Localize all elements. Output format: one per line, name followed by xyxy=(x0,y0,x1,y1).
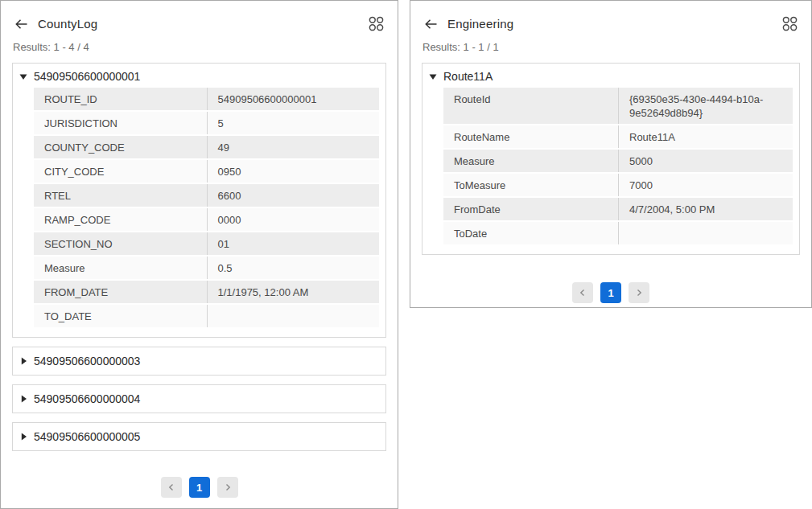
feature-accordion-header[interactable]: Route11A xyxy=(422,64,799,88)
feature-title: 54909506600000003 xyxy=(34,355,140,367)
panel-title: Engineering xyxy=(447,17,513,31)
field-label: Measure xyxy=(443,150,618,172)
caret-right-icon xyxy=(19,433,27,441)
table-row: CITY_CODE 0950 xyxy=(34,160,379,183)
panel-title: CountyLog xyxy=(38,17,97,31)
back-arrow-icon[interactable] xyxy=(423,17,438,31)
table-row: JURISDICTION 5 xyxy=(34,112,379,134)
feature-accordion-header-collapsed[interactable]: 54909506600000004 xyxy=(12,384,386,413)
results-count: Results: 1 - 4 / 4 xyxy=(1,32,398,63)
table-row: FromDate 4/7/2004, 5:00 PM xyxy=(443,198,793,220)
field-value: 0000 xyxy=(207,208,380,231)
table-row: ROUTE_ID 54909506600000001 xyxy=(34,88,379,110)
field-label: SECTION_NO xyxy=(34,232,207,255)
feature-accordion-header[interactable]: 54909506600000001 xyxy=(13,64,385,88)
table-row: Measure 5000 xyxy=(443,150,793,172)
feature-card-expanded: 54909506600000001 ROUTE_ID 5490950660000… xyxy=(12,63,386,338)
field-value: 54909506600000001 xyxy=(207,88,380,110)
table-row: ToMeasure 7000 xyxy=(443,174,793,196)
page-number-button[interactable]: 1 xyxy=(600,282,621,303)
pagination: 1 xyxy=(1,477,398,498)
field-label: COUNTY_CODE xyxy=(34,136,207,158)
table-row: ToDate xyxy=(443,222,793,244)
attribute-table: RouteId {69350e35-430e-4494-b10a-9e52649… xyxy=(443,88,793,244)
field-value: 0950 xyxy=(207,160,380,183)
table-row: COUNTY_CODE 49 xyxy=(34,136,379,158)
table-row: RouteId {69350e35-430e-4494-b10a-9e52649… xyxy=(443,88,793,124)
table-row: FROM_DATE 1/1/1975, 12:00 AM xyxy=(34,281,379,303)
table-row: TO_DATE xyxy=(34,305,379,327)
field-value: Route11A xyxy=(618,125,793,148)
feature-card-expanded: Route11A RouteId {69350e35-430e-4494-b10… xyxy=(422,63,800,255)
field-label: ToDate xyxy=(443,222,618,244)
feature-accordion-header-collapsed[interactable]: 54909506600000005 xyxy=(12,422,386,451)
field-value xyxy=(618,222,793,244)
back-arrow-icon[interactable] xyxy=(14,17,28,31)
field-label: CITY_CODE xyxy=(34,160,207,183)
feature-accordion-header-collapsed[interactable]: 54909506600000003 xyxy=(12,347,386,376)
field-label: RouteName xyxy=(443,125,618,148)
field-value: 01 xyxy=(207,232,380,255)
field-label: JURISDICTION xyxy=(34,112,207,134)
caret-right-icon xyxy=(19,395,27,403)
caret-down-icon xyxy=(19,72,27,80)
caret-right-icon xyxy=(19,357,27,365)
grid-circles-icon[interactable] xyxy=(368,15,385,32)
field-value: 0.5 xyxy=(207,257,380,279)
field-value: 6600 xyxy=(207,184,380,207)
field-label: RouteId xyxy=(443,88,618,124)
feature-title: Route11A xyxy=(443,70,493,83)
feature-title: 54909506600000004 xyxy=(34,392,140,405)
grid-circles-icon[interactable] xyxy=(781,15,798,32)
caret-down-icon xyxy=(429,72,437,80)
attribute-table: ROUTE_ID 54909506600000001 JURISDICTION … xyxy=(34,88,379,327)
results-count: Results: 1 - 1 / 1 xyxy=(410,32,811,63)
field-label: FROM_DATE xyxy=(34,281,207,303)
table-row: Measure 0.5 xyxy=(34,257,379,279)
feature-title: 54909506600000005 xyxy=(34,430,140,443)
table-row: RAMP_CODE 0000 xyxy=(34,208,379,231)
field-value: 4/7/2004, 5:00 PM xyxy=(618,198,793,220)
page-number-button[interactable]: 1 xyxy=(189,477,210,498)
table-row: RouteName Route11A xyxy=(443,125,793,148)
panel-header: CountyLog xyxy=(1,1,398,32)
field-value xyxy=(207,305,380,327)
feature-info-panel-engineering: Engineering Results: 1 - 1 / 1 Route11A … xyxy=(410,0,812,308)
field-value: 5000 xyxy=(618,150,793,172)
table-row: RTEL 6600 xyxy=(34,184,379,207)
next-page-button[interactable] xyxy=(217,477,238,498)
field-label: ROUTE_ID xyxy=(34,88,207,110)
field-label: TO_DATE xyxy=(34,305,207,327)
prev-page-button[interactable] xyxy=(161,477,182,498)
feature-info-panel-countylog: CountyLog Results: 1 - 4 / 4 54909506600… xyxy=(0,0,398,509)
field-label: RAMP_CODE xyxy=(34,208,207,231)
pagination: 1 xyxy=(410,282,811,303)
field-value: {69350e35-430e-4494-b10a-9e52649d8b94} xyxy=(618,88,793,124)
field-value: 1/1/1975, 12:00 AM xyxy=(207,281,380,303)
field-value: 49 xyxy=(207,136,380,158)
field-value: 5 xyxy=(207,112,380,134)
field-label: RTEL xyxy=(34,184,207,207)
next-page-button[interactable] xyxy=(629,282,649,303)
feature-title: 54909506600000001 xyxy=(34,70,140,83)
field-label: ToMeasure xyxy=(443,174,618,196)
prev-page-button[interactable] xyxy=(572,282,593,303)
field-label: FromDate xyxy=(443,198,618,220)
field-value: 7000 xyxy=(618,174,793,196)
field-label: Measure xyxy=(34,257,207,279)
table-row: SECTION_NO 01 xyxy=(34,232,379,255)
panel-header: Engineering xyxy=(410,1,811,32)
